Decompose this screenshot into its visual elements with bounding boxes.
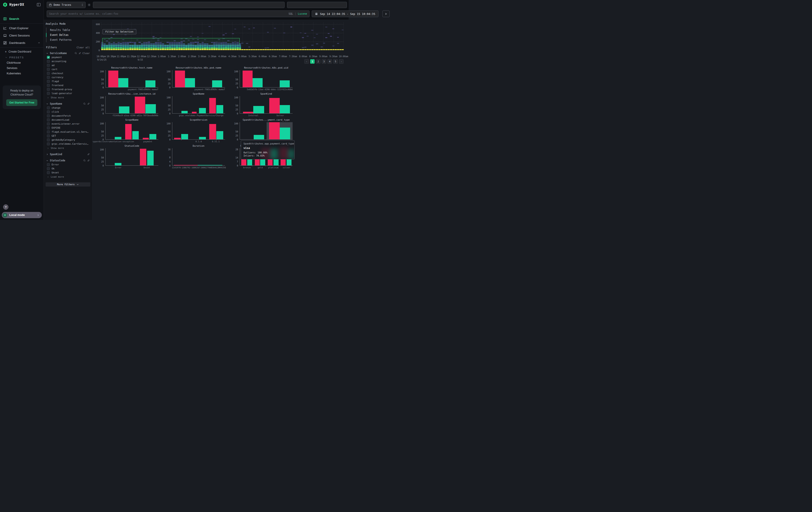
collapse-sidebar-icon[interactable]: [36, 2, 41, 7]
filter-option-cart[interactable]: cart: [46, 67, 90, 71]
sidebar-item-chart-explorer[interactable]: Chart Explorer: [0, 25, 44, 32]
outlier-bar[interactable]: [175, 71, 185, 87]
clear-all-filters-button[interactable]: Clear all: [77, 46, 90, 49]
presets-toggle[interactable]: PRESETS: [0, 55, 44, 60]
filter-group-name[interactable]: StatusCode: [50, 159, 82, 162]
inlier-bar[interactable]: [115, 163, 121, 165]
outlier-bar[interactable]: [242, 71, 253, 87]
filter-option-ad[interactable]: ad: [46, 63, 90, 67]
date-range-picker[interactable]: Sep 14 22:04:35 - Sep 15 10:04:35: [312, 10, 349, 17]
filter-option-eventListener.error[interactable]: eventListener.error: [46, 122, 90, 126]
preset-kubernetes[interactable]: Kubernetes: [0, 71, 44, 76]
checkbox[interactable]: [47, 114, 50, 117]
preset-services[interactable]: Services: [0, 65, 44, 71]
delta-chart-spanattributes-yment-card-type[interactable]: SpanAttributes...yment.card_type10050250: [240, 122, 293, 140]
checkbox[interactable]: [47, 64, 50, 67]
outlier-bar[interactable]: [281, 159, 286, 165]
checkbox[interactable]: [47, 88, 50, 91]
outlier-bar[interactable]: [255, 159, 260, 165]
inlier-bar[interactable]: [280, 105, 290, 113]
checkbox[interactable]: [47, 68, 50, 71]
user-menu[interactable]: U Local mode: [2, 212, 42, 218]
checkbox[interactable]: [47, 131, 50, 133]
inlier-bar[interactable]: [260, 159, 265, 165]
pagination-page-4[interactable]: 4: [327, 59, 332, 64]
filter-option-getAdsByCategory[interactable]: getAdsByCategory: [46, 138, 90, 142]
inlier-bar[interactable]: [185, 78, 195, 87]
outlier-bar[interactable]: [269, 98, 280, 113]
inlier-bar[interactable]: [273, 159, 279, 165]
filter-option-currency[interactable]: currency: [46, 75, 90, 79]
outlier-bar[interactable]: [140, 149, 146, 165]
inlier-bar[interactable]: [115, 137, 121, 139]
delta-chart-resourceattributes-k8s-pod-uid[interactable]: ResourceAttributes.k8s.pod.uid5e02b5fb-1…: [240, 70, 293, 87]
checkbox[interactable]: [47, 84, 50, 87]
delta-chart-statuscode[interactable]: StatusCodeErrorUnset10050250: [106, 148, 158, 166]
pagination-next[interactable]: ›: [339, 59, 344, 64]
outlier-bar[interactable]: [135, 97, 145, 113]
checkbox[interactable]: [47, 106, 50, 109]
filter-option-flagd.evaluation.v1.Serv…[interactable]: flagd.evaluation.v1.Serv…: [46, 130, 90, 134]
gear-icon[interactable]: [87, 3, 91, 7]
outlier-bar[interactable]: [143, 138, 149, 139]
inlier-bar[interactable]: [145, 80, 155, 87]
search-icon[interactable]: [75, 52, 77, 55]
delta-chart-scopeversion[interactable]: ScopeVersion0.1.00.51.110050250: [172, 122, 225, 140]
outlier-bar[interactable]: [209, 98, 216, 113]
checkbox[interactable]: [47, 118, 50, 121]
inlier-bar[interactable]: [199, 108, 206, 113]
get-started-button[interactable]: Get Started for Free: [6, 99, 37, 106]
source-select[interactable]: Demo Traces: [47, 2, 86, 8]
inlier-bar[interactable]: [181, 111, 188, 113]
filter-option-Error[interactable]: Error: [46, 162, 90, 166]
outlier-bar[interactable]: [269, 122, 280, 139]
checkbox[interactable]: [47, 134, 50, 137]
inlier-bar[interactable]: [199, 137, 206, 139]
inlier-bar[interactable]: [181, 134, 188, 139]
pin-icon[interactable]: [87, 159, 90, 162]
load-more-button[interactable]: Load more: [46, 174, 90, 179]
filter-option-Unset[interactable]: Unset: [46, 170, 90, 174]
outlier-bar[interactable]: [241, 159, 246, 165]
filter-option-EXPIRE[interactable]: EXPIRE: [46, 126, 90, 130]
outlier-bar[interactable]: [192, 112, 197, 113]
sql-toggle[interactable]: SQL: [289, 12, 293, 16]
checkbox[interactable]: [47, 171, 50, 174]
delta-chart-resourceattributes-host-name[interactable]: ResourceAttributes.host.namepayment-7985…: [106, 70, 158, 87]
clear-filter-button[interactable]: Clear: [83, 52, 90, 55]
pagination-page-3[interactable]: 3: [322, 59, 326, 64]
chevron-down-icon[interactable]: [46, 52, 49, 55]
sidebar-item-dashboards[interactable]: Dashboards: [0, 39, 44, 47]
delta-chart-scopename[interactable]: ScopeName@hyperdx/instrumentation-except…: [106, 122, 158, 140]
inlier-bar[interactable]: [253, 78, 263, 87]
inlier-bar[interactable]: [280, 80, 290, 87]
filter-option-frontend-proxy[interactable]: frontend-proxy: [46, 87, 90, 91]
checkbox[interactable]: [47, 72, 50, 75]
filter-group-name[interactable]: SpanKind: [50, 153, 86, 156]
lucene-toggle[interactable]: Lucene: [298, 12, 307, 16]
delta-chart-duration[interactable]: Duration11419781386792160026720002790058…: [172, 148, 225, 166]
preset-clickhouse[interactable]: ClickHouse: [0, 60, 44, 65]
inlier-bar[interactable]: [119, 106, 129, 113]
inlier-bar[interactable]: [118, 78, 128, 87]
filter-option-documentLoad[interactable]: documentLoad: [46, 118, 90, 122]
filter-option-click[interactable]: click: [46, 110, 90, 114]
filter-option-GET[interactable]: GET: [46, 134, 90, 138]
inlier-bar[interactable]: [147, 151, 154, 165]
outlier-bar[interactable]: [174, 165, 198, 165]
outlier-bar[interactable]: [108, 71, 118, 87]
filter-option-grpc.oteldemo.CartServic…[interactable]: grpc.oteldemo.CartServic…: [46, 142, 90, 146]
checkbox[interactable]: [47, 138, 50, 141]
filter-option-accounting[interactable]: accounting: [46, 59, 90, 63]
inlier-bar[interactable]: [247, 159, 252, 165]
inlier-bar[interactable]: [254, 135, 264, 139]
checkbox[interactable]: [47, 127, 50, 129]
create-dashboard-button[interactable]: + Create Dashboard: [0, 49, 44, 55]
inlier-bar[interactable]: [132, 131, 139, 139]
filter-by-selection-button[interactable]: Filter by Selection: [103, 29, 136, 34]
events-heatmap[interactable]: 600400200010:00pm10:30pm11:00pm11:30pm12…: [101, 22, 344, 50]
analysis-mode-event-deltas[interactable]: Event Deltas: [47, 32, 90, 37]
analysis-mode-event-patterns[interactable]: Event Patterns: [47, 37, 90, 42]
inlier-bar[interactable]: [287, 159, 292, 165]
delta-chart-spankind[interactable]: SpanKindInternalServer10050250: [240, 96, 293, 113]
